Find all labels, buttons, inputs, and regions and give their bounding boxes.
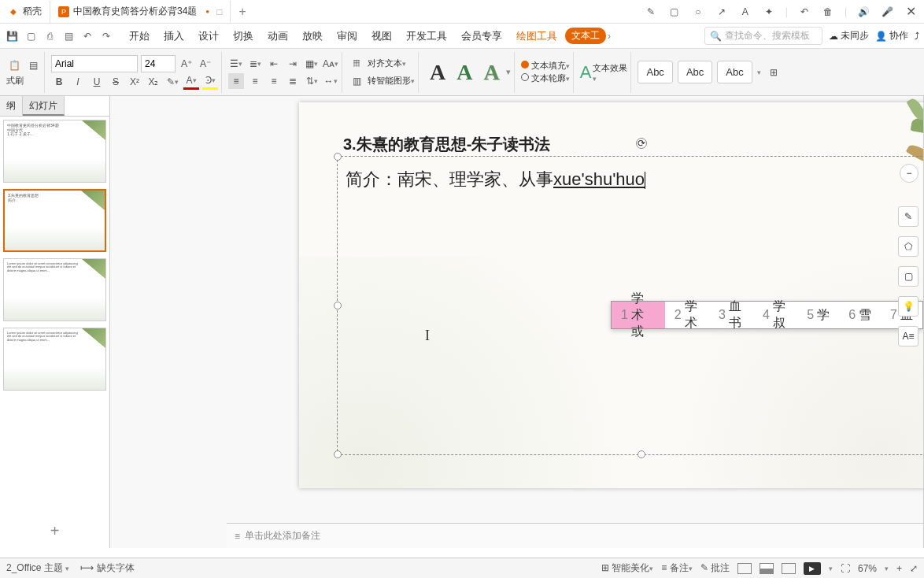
slide-thumb-4[interactable]: Lorem ipsum dolor sit amet consectetur a…	[3, 328, 106, 391]
notes-toggle[interactable]: ≡ 备注▾	[661, 561, 692, 575]
text-effect-drop[interactable]: ▾	[593, 75, 627, 83]
canvas[interactable]: 3.朱熹的教育思想-朱子读书法 ⟳ 简介：南宋、理学家、从事xue'shu'hu…	[110, 96, 924, 548]
shape-style-3[interactable]: Abc	[717, 61, 752, 83]
text-a-icon[interactable]: A	[738, 5, 752, 19]
ime-candidate-bar[interactable]: 1学术或 2学术 3血书 4学叔 5学 6雪 7血	[611, 301, 923, 329]
save-icon[interactable]: 💾	[5, 29, 19, 43]
notes-bar[interactable]: ≡ 单击此处添加备注	[227, 523, 923, 548]
align-left-icon[interactable]: ≡	[228, 73, 244, 89]
wordart-style-3[interactable]: A	[479, 60, 504, 85]
tab-document[interactable]: P 中国教育史简答分析必背34题 ● □	[50, 1, 231, 23]
unsync-button[interactable]: ☁未同步	[829, 29, 869, 43]
zoom-drop[interactable]: ▾	[885, 565, 889, 572]
ime-cand-6[interactable]: 6雪	[839, 302, 881, 328]
text-fill-button[interactable]: 文本填充▾	[521, 60, 570, 72]
menu-transition[interactable]: 切换	[227, 26, 260, 46]
paste-icon[interactable]: 📋	[6, 57, 22, 73]
chevron-right-icon[interactable]: ›	[608, 31, 611, 42]
ime-cand-5[interactable]: 5学	[797, 302, 839, 328]
mic-icon[interactable]: 🎤	[880, 5, 894, 19]
ime-cand-4[interactable]: 4学叔	[753, 302, 797, 328]
preview-icon[interactable]: ▤	[61, 29, 76, 43]
sparkle-icon[interactable]: ✦	[762, 5, 776, 19]
case-icon[interactable]: Aᴀ▾	[323, 56, 338, 72]
close-button[interactable]: ✕	[904, 5, 918, 19]
slide-title[interactable]: 3.朱熹的教育思想-朱子读书法	[343, 134, 550, 155]
text-effect-icon[interactable]: A	[580, 62, 592, 83]
missing-font-button[interactable]: ⟼ 缺失字体	[80, 561, 134, 575]
shape-style-2[interactable]: Abc	[678, 61, 712, 83]
thumbnails-list[interactable]: 中国教育史简答分析必背34题中国古代1.孔子 2.孟子... 3.朱熹的教育思想…	[0, 117, 109, 514]
text-content[interactable]: 简介：南宋、理学家、从事xue'shu'huo	[338, 157, 924, 202]
slide-editor[interactable]: 3.朱熹的教育思想-朱子读书法 ⟳ 简介：南宋、理学家、从事xue'shu'hu…	[299, 102, 924, 488]
text-rail-icon[interactable]: A≡	[898, 326, 918, 346]
sorter-view-icon[interactable]	[760, 563, 774, 574]
ime-cand-3[interactable]: 3血书	[709, 302, 753, 328]
idea-rail-icon[interactable]: 💡	[898, 296, 918, 317]
redo-icon[interactable]: ↷	[99, 29, 113, 43]
italic-button[interactable]: I	[70, 74, 86, 90]
bullets-icon[interactable]: ☰▾	[228, 56, 244, 72]
indent-right-icon[interactable]: ⇥	[285, 56, 301, 72]
menu-texttool[interactable]: 文本工	[565, 28, 606, 44]
strike-button[interactable]: S	[108, 74, 124, 90]
smart-shape-button[interactable]: 转智能图形▾	[368, 75, 415, 87]
clear-format-icon[interactable]: ✎▾	[164, 74, 180, 90]
menu-devtools[interactable]: 开发工具	[400, 26, 453, 46]
menu-start[interactable]: 开始	[123, 26, 156, 46]
edit-rail-icon[interactable]: ✎	[898, 206, 918, 227]
undo-icon[interactable]: ↶	[80, 29, 94, 43]
format-painter[interactable]: 式刷	[6, 75, 24, 87]
menu-view[interactable]: 视图	[365, 26, 398, 46]
toolbar-overflow-icon[interactable]: ⊞	[766, 65, 782, 80]
search-box[interactable]: 🔍 查找命令、搜索模板	[704, 27, 822, 45]
zoom-level[interactable]: 67%	[858, 563, 877, 574]
comments-toggle[interactable]: ✎ 批注	[700, 561, 730, 575]
menu-slideshow[interactable]: 放映	[296, 26, 329, 46]
layout-rail-icon[interactable]: ▢	[898, 266, 918, 287]
folder-icon[interactable]: ▢	[24, 29, 38, 43]
align-justify-icon[interactable]: ≣	[285, 73, 301, 89]
line-spacing-icon[interactable]: ⇅▾	[304, 73, 320, 89]
resize-handle-s[interactable]	[638, 450, 645, 458]
text-direction-icon[interactable]: 𝄜	[349, 56, 364, 72]
play-button[interactable]: ▶	[804, 562, 821, 575]
ime-cand-1[interactable]: 1学术或	[612, 302, 665, 328]
outline-tab[interactable]: 纲	[0, 96, 23, 116]
wordart-style-1[interactable]: A	[425, 60, 450, 85]
pencil-icon[interactable]: ✎	[644, 5, 658, 19]
menu-insert[interactable]: 插入	[157, 26, 190, 46]
text-effect-button[interactable]: 文本效果	[593, 62, 627, 74]
shape-style-more[interactable]: ▾	[757, 69, 761, 76]
resize-handle-w[interactable]	[334, 302, 342, 309]
fullscreen-icon[interactable]: ⤢	[910, 563, 918, 574]
menu-drawtools[interactable]: 绘图工具	[510, 26, 564, 46]
font-color-button[interactable]: A▾	[183, 74, 199, 90]
menu-review[interactable]: 审阅	[331, 26, 364, 46]
indent-left-icon[interactable]: ⇤	[266, 56, 282, 72]
slide-thumb-2[interactable]: 3.朱熹的教育思想简介	[3, 189, 106, 252]
align-text-button[interactable]: 对齐文本▾	[368, 57, 406, 69]
speaker-icon[interactable]: 🔊	[856, 5, 870, 19]
tab-daoke[interactable]: ◆ 稻壳	[0, 1, 50, 23]
slide-thumb-1[interactable]: 中国教育史简答分析必背34题中国古代1.孔子 2.孟子...	[3, 120, 106, 183]
highlight-button[interactable]: Ꜿ▾	[202, 74, 218, 90]
undo-icon[interactable]: ↶	[797, 5, 811, 19]
coop-button[interactable]: 👤协作	[875, 29, 908, 43]
shape-rail-icon[interactable]: ⬠	[898, 236, 918, 257]
columns-icon[interactable]: ▥	[349, 73, 364, 89]
menu-design[interactable]: 设计	[192, 26, 225, 46]
reading-view-icon[interactable]	[782, 563, 796, 574]
resize-handle-sw[interactable]	[334, 450, 342, 458]
new-tab-button[interactable]: +	[231, 1, 253, 23]
size-select[interactable]	[141, 55, 176, 72]
char-spacing-icon[interactable]: ↔▾	[323, 73, 338, 89]
wordart-more[interactable]: ▾	[506, 67, 511, 77]
bold-button[interactable]: B	[51, 74, 67, 90]
align-right-icon[interactable]: ≡	[266, 73, 282, 89]
menu-member[interactable]: 会员专享	[455, 26, 508, 46]
trash-icon[interactable]: 🗑	[821, 5, 835, 19]
increase-font-icon[interactable]: A⁺	[179, 56, 194, 72]
decrease-font-icon[interactable]: A⁻	[198, 56, 213, 72]
subscript-button[interactable]: X₂	[146, 74, 161, 90]
